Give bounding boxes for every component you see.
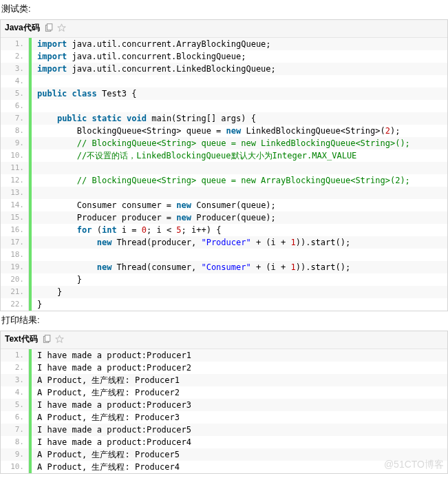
line-number: 15.: [1, 211, 29, 224]
line-number: 6.: [1, 100, 29, 112]
line-content: I have made a product:Producer1: [32, 349, 447, 362]
text-code-row: 9.A Product, 生产线程: Producer5: [1, 448, 447, 461]
line-number: 22.: [1, 298, 29, 311]
line-number: 8.: [1, 436, 29, 448]
java-code-row: 7. public static void main(String[] args…: [1, 112, 447, 125]
line-content: A Product, 生产线程: Producer4: [32, 461, 447, 473]
text-code-body: 1.I have made a product:Producer1 2.I ha…: [1, 349, 447, 473]
line-content: Producer producer = new Producer(queue);: [32, 211, 447, 224]
line-content: public static void main(String[] args) {: [32, 112, 447, 125]
line-number: 21.: [1, 286, 29, 298]
java-code-row: 11.: [1, 162, 447, 174]
java-code-row: 1.import java.util.concurrent.ArrayBlock…: [1, 38, 447, 50]
svg-marker-5: [56, 335, 63, 343]
java-code-row: 12. // BlockingQueue<String> queue = new…: [1, 174, 447, 187]
java-code-row: 19. new Thread(consumer, "Consumer" + (i…: [1, 261, 447, 273]
java-code-row: 16. for (int i = 0; i < 5; i++) {: [1, 224, 447, 236]
line-number: 5.: [1, 399, 29, 411]
java-code-row: 3.import java.util.concurrent.LinkedBloc…: [1, 63, 447, 75]
java-code-row: 20. }: [1, 273, 447, 286]
text-code-row: 2.I have made a product:Producer2: [1, 362, 447, 374]
line-number: 2.: [1, 50, 29, 63]
line-content: import java.util.concurrent.BlockingQueu…: [32, 50, 447, 63]
line-number: 5.: [1, 87, 29, 100]
svg-rect-1: [47, 24, 52, 30]
java-code-body: 1.import java.util.concurrent.ArrayBlock…: [1, 38, 447, 311]
text-code-row: 6.A Product, 生产线程: Producer3: [1, 411, 447, 424]
svg-rect-4: [45, 335, 50, 342]
line-number: 10.: [1, 149, 29, 162]
line-number: 8.: [1, 125, 29, 137]
line-number: 11.: [1, 162, 29, 174]
text-code-row: 1.I have made a product:Producer1: [1, 349, 447, 362]
line-content: [32, 187, 447, 199]
text-code-row: 5.I have made a product:Producer3: [1, 399, 447, 411]
line-number: 16.: [1, 224, 29, 236]
section-label-test-class: 测试类:: [0, 0, 448, 19]
line-content: //不设置的话，LinkedBlockingQueue默认大小为Integer.…: [32, 149, 447, 162]
line-number: 13.: [1, 187, 29, 199]
line-content: import java.util.concurrent.LinkedBlocki…: [32, 63, 447, 75]
line-number: 18.: [1, 249, 29, 261]
text-code-row: 3.A Product, 生产线程: Producer1: [1, 374, 447, 386]
line-content: new Thread(producer, "Producer" + (i + 1…: [32, 236, 447, 249]
line-content: I have made a product:Producer3: [32, 399, 447, 411]
line-number: 9.: [1, 448, 29, 461]
java-code-row: 4.: [1, 75, 447, 87]
line-content: BlockingQueue<String> queue = new Linked…: [32, 125, 447, 137]
text-code-row: 7.I have made a product:Producer5: [1, 424, 447, 436]
line-number: 7.: [1, 112, 29, 125]
star-icon[interactable]: [55, 335, 64, 344]
line-number: 12.: [1, 174, 29, 187]
line-content: Consumer consumer = new Consumer(queue);: [32, 199, 447, 211]
text-code-row: 4.A Product, 生产线程: Producer2: [1, 386, 447, 399]
line-content: [32, 100, 447, 112]
java-code-row: 15. Producer producer = new Producer(que…: [1, 211, 447, 224]
line-content: }: [32, 286, 447, 298]
line-number: 7.: [1, 424, 29, 436]
star-icon[interactable]: [57, 23, 66, 32]
line-number: 3.: [1, 374, 29, 386]
line-number: 1.: [1, 349, 29, 362]
java-code-row: 18.: [1, 249, 447, 261]
java-code-title: Java代码: [5, 22, 40, 34]
line-content: new Thread(consumer, "Consumer" + (i + 1…: [32, 261, 447, 273]
line-content: [32, 162, 447, 174]
line-number: 1.: [1, 38, 29, 50]
line-content: }: [32, 298, 447, 311]
line-content: A Product, 生产线程: Producer3: [32, 411, 447, 424]
java-code-block: Java代码 1.import java.util.concurrent.Arr…: [0, 19, 448, 311]
line-content: for (int i = 0; i < 5; i++) {: [32, 224, 447, 236]
line-number: 10.: [1, 461, 29, 473]
line-content: [32, 249, 447, 261]
text-code-row: 8.I have made a product:Producer4: [1, 436, 447, 448]
text-code-title: Text代码: [5, 333, 38, 345]
line-content: A Product, 生产线程: Producer1: [32, 374, 447, 386]
line-content: // BlockingQueue<String> queue = new Lin…: [32, 137, 447, 149]
line-content: [32, 75, 447, 87]
line-content: I have made a product:Producer4: [32, 436, 447, 448]
java-code-row: 6.: [1, 100, 447, 112]
line-number: 9.: [1, 137, 29, 149]
copy-icon[interactable]: [42, 335, 51, 344]
line-content: A Product, 生产线程: Producer2: [32, 386, 447, 399]
java-code-row: 14. Consumer consumer = new Consumer(que…: [1, 199, 447, 211]
java-code-row: 2.import java.util.concurrent.BlockingQu…: [1, 50, 447, 63]
java-code-row: 5.public class Test3 {: [1, 87, 447, 100]
line-number: 6.: [1, 411, 29, 424]
line-number: 2.: [1, 362, 29, 374]
line-content: import java.util.concurrent.ArrayBlockin…: [32, 38, 447, 50]
section-label-print-result: 打印结果:: [0, 311, 448, 331]
line-content: public class Test3 {: [32, 87, 447, 100]
line-content: // BlockingQueue<String> queue = new Arr…: [32, 174, 447, 187]
line-number: 3.: [1, 63, 29, 75]
line-content: A Product, 生产线程: Producer5: [32, 448, 447, 461]
java-code-row: 10. //不设置的话，LinkedBlockingQueue默认大小为Inte…: [1, 149, 447, 162]
copy-icon[interactable]: [44, 23, 53, 32]
text-code-block: Text代码 1.I have made a product:Producer1…: [0, 331, 448, 474]
java-code-row: 8. BlockingQueue<String> queue = new Lin…: [1, 125, 447, 137]
text-code-header: Text代码: [1, 331, 447, 349]
svg-marker-2: [58, 24, 65, 32]
java-code-row: 22.}: [1, 298, 447, 311]
line-number: 14.: [1, 199, 29, 211]
